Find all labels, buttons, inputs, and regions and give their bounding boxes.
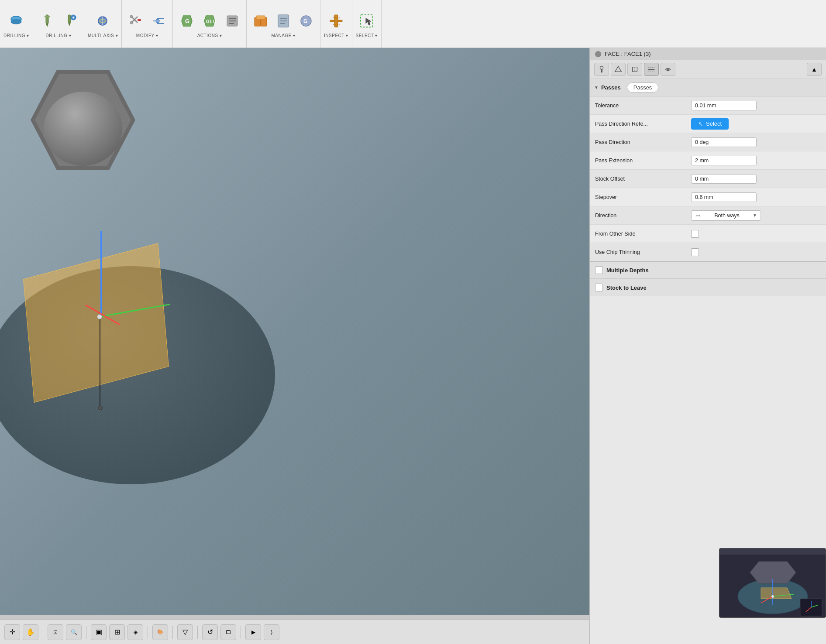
manage-icon3[interactable]: G	[296, 10, 317, 32]
select-mode-button[interactable]: ▶	[245, 624, 261, 640]
select-icon1[interactable]	[356, 10, 377, 32]
pass-direction-row: Pass Direction 0 deg	[590, 133, 826, 151]
tab-icons-row: ▲	[590, 60, 826, 79]
zoom-button[interactable]: 🔍	[66, 624, 82, 640]
separator-4	[172, 626, 173, 639]
multiaxis-icon[interactable]	[92, 10, 113, 32]
toolbar-group-actions: G G1 G2 ACTIONS ▾	[173, 0, 247, 48]
toolbar-group-inspect: INSPECT ▾	[320, 0, 352, 48]
modify-label[interactable]: MODIFY ▾	[136, 33, 158, 38]
multiple-depths-row[interactable]: Multiple Depths	[590, 262, 826, 279]
multiaxis-label[interactable]: MULTI-AXIS ▾	[88, 33, 118, 38]
svg-point-53	[771, 595, 774, 598]
view-button[interactable]: ⧠	[220, 624, 236, 640]
manage-label[interactable]: MANAGE ▾	[272, 33, 296, 38]
panel-status-dot	[595, 51, 601, 57]
from-other-side-value	[691, 230, 821, 238]
svg-point-2	[11, 20, 21, 24]
tab-passes[interactable]	[644, 63, 659, 76]
tolerance-label: Tolerance	[595, 103, 691, 109]
manage-icon2[interactable]	[273, 10, 294, 32]
passes-section-header[interactable]: ▼ Passes Passes	[590, 79, 826, 96]
separator-1	[43, 626, 43, 639]
grid-button[interactable]: ⊞	[109, 624, 125, 640]
manage-icon1[interactable]	[250, 10, 271, 32]
cylinder-top	[44, 92, 122, 166]
tab-tool[interactable]	[594, 63, 609, 76]
use-chip-thinning-checkbox[interactable]	[691, 248, 699, 256]
multiple-depths-checkbox[interactable]	[595, 266, 603, 274]
fabrication-label[interactable]: DRILLING ▾	[3, 33, 29, 38]
tab-heights[interactable]	[627, 63, 642, 76]
inspect-icon1[interactable]	[326, 10, 347, 32]
tolerance-input[interactable]: 0.01 mm	[691, 101, 757, 110]
svg-rect-27	[256, 16, 265, 19]
stepover-input[interactable]: 0.6 mm	[691, 192, 757, 202]
orbit-button[interactable]: ↺	[202, 624, 218, 640]
svg-point-12	[130, 15, 133, 18]
tolerance-value-container: 0.01 mm	[691, 101, 821, 110]
stock-to-leave-row[interactable]: Stock to Leave	[590, 279, 826, 296]
display-button[interactable]: ▣	[91, 624, 107, 640]
pass-direction-input[interactable]: 0 deg	[691, 137, 757, 147]
nav-arrow-button[interactable]: ⟩	[264, 624, 279, 640]
viewport[interactable]	[0, 48, 589, 615]
multiple-depths-label: Multiple Depths	[606, 267, 649, 274]
toolbar-group-manage: G MANAGE ▾	[247, 0, 320, 48]
separator-2	[86, 626, 86, 639]
appearance-button[interactable]: 🎨	[152, 624, 168, 640]
svg-text:+: +	[72, 15, 75, 20]
pass-direction-ref-label: Pass Direction Refe...	[595, 121, 691, 127]
toolbar-group-left: DRILLING ▾	[0, 0, 33, 48]
mini-preview-content	[719, 548, 826, 617]
filter-button[interactable]: ▽	[177, 624, 193, 640]
actions-label[interactable]: ACTIONS ▾	[197, 33, 222, 38]
pass-extension-label: Pass Extension	[595, 158, 691, 164]
use-chip-thinning-row: Use Chip Thinning	[590, 243, 826, 261]
stock-to-leave-label: Stock to Leave	[606, 284, 647, 291]
passes-tab-pill[interactable]: Passes	[627, 82, 659, 92]
axis-line	[100, 317, 100, 408]
actions-icon2[interactable]: G1 G2	[199, 10, 220, 32]
fabrication-icon[interactable]	[6, 10, 27, 32]
from-other-side-checkbox[interactable]	[691, 230, 699, 238]
pass-extension-value-container: 2 mm	[691, 156, 821, 165]
snap-button[interactable]: ◈	[127, 624, 143, 640]
svg-rect-40	[601, 69, 602, 72]
direction-row: Direction ↔ Both ways ▼	[590, 206, 826, 225]
axis-bottom-dot	[98, 406, 103, 410]
drilling-label[interactable]: DRILLING ▾	[45, 33, 71, 38]
pass-extension-row: Pass Extension 2 mm	[590, 151, 826, 170]
tab-geometry[interactable]	[611, 63, 626, 76]
direction-value-text: Both ways	[714, 212, 740, 219]
select-label[interactable]: SELECT ▾	[356, 33, 378, 38]
separator-5	[197, 626, 198, 639]
stock-to-leave-checkbox[interactable]	[595, 284, 603, 291]
stock-offset-input[interactable]: 0 mm	[691, 174, 757, 184]
direction-select[interactable]: ↔ Both ways ▼	[691, 210, 761, 221]
separator-6	[241, 626, 241, 639]
svg-text:G: G	[303, 18, 307, 24]
stock-offset-value-container: 0 mm	[691, 174, 821, 184]
select-button[interactable]: ↖ Select	[691, 118, 729, 130]
mini-preview[interactable]	[719, 548, 826, 618]
z-axis	[100, 231, 102, 319]
move-button[interactable]: ✛	[4, 624, 20, 640]
zoom-fit-button[interactable]: ⊡	[48, 624, 63, 640]
panel-scroll-up[interactable]: ▲	[807, 63, 822, 76]
svg-rect-35	[334, 15, 338, 27]
tab-linking[interactable]	[661, 63, 675, 76]
actions-icon1[interactable]: G	[176, 10, 197, 32]
from-other-side-label: From Other Side	[595, 231, 691, 237]
drill-add-icon[interactable]: +	[59, 10, 80, 32]
direction-dropdown-arrow: ▼	[753, 213, 757, 218]
svg-marker-41	[615, 66, 621, 72]
pass-direction-ref-value: ↖ Select	[691, 118, 821, 130]
pass-extension-input[interactable]: 2 mm	[691, 156, 757, 165]
scissors-icon[interactable]	[125, 10, 146, 32]
drill-icon[interactable]	[37, 10, 58, 32]
actions-icon3[interactable]	[222, 10, 243, 32]
trim-icon[interactable]	[148, 10, 169, 32]
inspect-label[interactable]: INSPECT ▾	[324, 33, 348, 38]
pan-button[interactable]: ✋	[23, 624, 38, 640]
